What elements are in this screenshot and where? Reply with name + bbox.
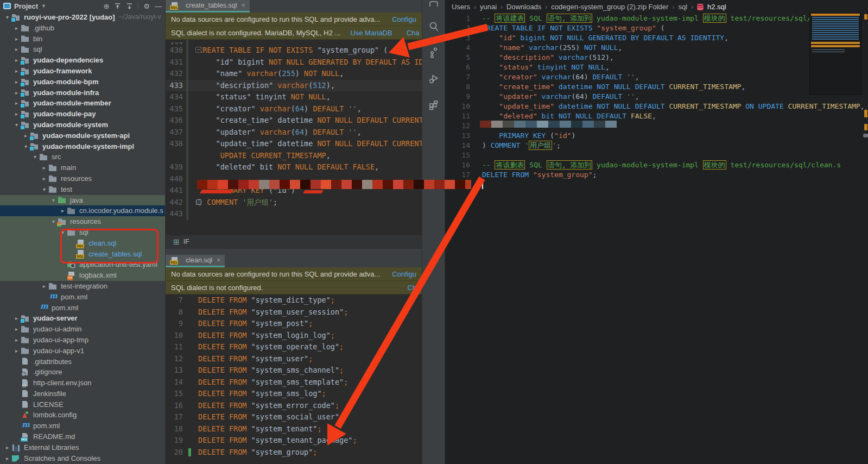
close-icon[interactable]: × [242,2,245,9]
tree-item-yudao-dependencies[interactable]: ▸yudao-dependencies [0,55,165,66]
chevron-down-icon[interactable]: ▾ [40,184,48,195]
tree-item-pom-xml[interactable]: pom.xml [0,303,165,313]
structure-icon[interactable] [428,47,440,59]
fold-icon[interactable]: − [195,47,201,53]
chevron-down-icon[interactable]: ▾ [59,227,67,238]
tree-item-yudao-ui-app-v1[interactable]: ▸yudao-ui-app-v1 [0,346,165,356]
breadcrumb-item[interactable]: sql [678,3,687,11]
chevron-right-icon[interactable]: ▸ [40,173,48,184]
chevron-down-icon[interactable]: ▾ [22,141,30,152]
banner-link[interactable]: Configu [392,270,416,278]
breadcrumb-item[interactable]: Users [452,3,470,11]
tree-item-pom-xml[interactable]: pom.xml [0,421,165,431]
tree-item-yudao-module-system[interactable]: ▾yudao-module-system [0,120,165,130]
services-icon[interactable] [428,73,440,85]
tree-item-pom-xml[interactable]: pom.xml [0,292,165,303]
editor-h2-sql[interactable]: 1-- 将该建表 SQL 语句, 添加到 yudao-module-system… [445,14,868,190]
tool-window-icon-partial[interactable] [428,1,440,7]
tree-item-gitattributes[interactable]: .gitattributes [0,356,165,367]
locate-icon[interactable]: ⊕ [103,2,109,10]
chevron-right-icon[interactable]: ▸ [12,335,21,346]
settings-gear-icon[interactable]: ⚙ [143,2,150,10]
tree-item-yudao-module-infra[interactable]: ▸yudao-module-infra [0,87,165,98]
chevron-right-icon[interactable]: ▸ [12,55,21,66]
breadcrumb-element[interactable]: IF [183,238,189,246]
tree-item-application-unit-test-yaml[interactable]: application-unit-test.yaml [0,259,165,270]
tree-item-yudao-module-pay[interactable]: ▸yudao-module-pay [0,109,165,120]
banner-link[interactable]: Cha [407,29,420,37]
chevron-right-icon[interactable]: ▸ [3,442,11,453]
tree-item-yudao-server[interactable]: ▸yudao-server [0,313,165,324]
chevron-right-icon[interactable]: ▸ [12,324,21,335]
chevron-down-icon[interactable]: ▾ [49,195,58,206]
tree-item-yudao-module-bpm[interactable]: ▸yudao-module-bpm [0,77,165,87]
chevron-right-icon[interactable]: ▸ [22,130,30,141]
editor-split-divider[interactable] [166,248,422,255]
tree-item-lombok-config[interactable]: lombok.config [0,410,165,421]
tree-item-logback-xml[interactable]: logback.xml [0,270,165,281]
search-icon[interactable] [428,21,440,33]
tree-item-yudao-ui-admin[interactable]: ▸yudao-ui-admin [0,324,165,335]
chevron-right-icon[interactable]: ▸ [12,44,21,55]
collapse-all-icon[interactable] [126,3,133,10]
tree-item-test-integration[interactable]: ▸test-integration [0,281,165,292]
tree-item-scratches-and-consoles[interactable]: ▸Scratches and Consoles [0,453,165,464]
editor-create-tables-sql[interactable]: 427430−CREATE TABLE IF NOT EXISTS "syste… [166,40,422,235]
tree-item-clean-sql[interactable]: clean.sql [0,238,165,249]
chevron-down-icon[interactable]: ▾ [3,12,11,23]
chevron-right-icon[interactable]: ▸ [59,205,67,216]
tree-item-readme-md[interactable]: README.md [0,431,165,442]
tree-item-resources[interactable]: ▾resources [0,216,165,227]
tree-item-github[interactable]: ▸.github [0,23,165,34]
chevron-right-icon[interactable]: ▸ [12,109,21,120]
chevron-right-icon[interactable]: ▸ [40,162,48,173]
minimap[interactable] [809,13,861,95]
banner-link[interactable]: Configu [392,15,416,23]
tree-item-cn-iocoder-yudao-module-s[interactable]: ▸cn.iocoder.yudao.module.s [0,205,165,216]
chevron-right-icon[interactable]: ▸ [12,34,21,45]
tree-item-gitignore[interactable]: .gitignore [0,367,165,378]
tree-item-yudao-module-system-api[interactable]: ▸yudao-module-system-api [0,130,165,141]
tree-item-create-tables-sql[interactable]: create_tables.sql [0,249,165,260]
banner-link[interactable]: Use MariaDB [350,29,392,37]
chevron-right-icon[interactable]: ▸ [12,346,21,356]
tree-item-yudao-module-member[interactable]: ▸yudao-module-member [0,98,165,109]
breadcrumb-item[interactable]: yunai [480,3,497,11]
chevron-right-icon[interactable]: ▸ [12,77,21,87]
scrollbar-thumb[interactable] [863,134,868,137]
chevron-right-icon[interactable]: ▸ [12,66,21,77]
tree-item-bin[interactable]: ▸bin [0,34,165,45]
breadcrumb-item[interactable]: h2.sql [707,3,726,11]
expand-all-icon[interactable] [114,3,121,10]
chevron-right-icon[interactable]: ▸ [12,313,21,324]
tree-item-external-libraries[interactable]: ▸External Libraries [0,442,165,453]
chevron-down-icon[interactable]: ▾ [49,216,58,227]
tree-item-test[interactable]: ▾test [0,184,165,195]
hide-tool-window-icon[interactable]: — [155,2,162,10]
chevron-right-icon[interactable]: ▸ [12,23,21,34]
tree-item-sql[interactable]: ▾sql [0,227,165,238]
chevron-right-icon[interactable]: ▸ [12,98,21,109]
tree-item-src[interactable]: ▾src [0,152,165,162]
tree-item-ruoyi-vue-pro-2022-yudao[interactable]: ▾ruoyi-vue-pro-2022 [yudao]~/Java/ruoyi-… [0,12,165,23]
tree-item-yudao-module-system-impl[interactable]: ▾yudao-module-system-impl [0,141,165,152]
tree-item-resources[interactable]: ▸resources [0,173,165,184]
chevron-right-icon[interactable]: ▸ [12,87,21,98]
tree-item-sql[interactable]: ▸sql [0,44,165,55]
close-icon[interactable]: × [217,256,220,264]
tree-item-main[interactable]: ▸main [0,162,165,173]
breadcrumb-item[interactable]: Downloads [506,3,541,11]
chevron-down-icon[interactable]: ▾ [12,120,21,130]
tab-clean-sql[interactable]: clean.sql × [166,255,225,267]
tree-item-yudao-ui-app-tmp[interactable]: ▸yudao-ui-app-tmp [0,335,165,346]
chevron-down-icon[interactable]: ▾ [31,152,39,162]
error-stripe[interactable] [863,0,868,464]
tree-item-http-client-env-json[interactable]: http-client.env.json [0,378,165,388]
window-layout-icon[interactable] [428,99,440,111]
tree-item-yudao-framework[interactable]: ▸yudao-framework [0,66,165,77]
chevron-down-icon[interactable]: ▼ [41,3,46,9]
chevron-right-icon[interactable]: ▸ [40,281,48,292]
banner-link[interactable]: Ch [407,284,416,292]
tree-item-java[interactable]: ▾java [0,195,165,206]
tree-item-license[interactable]: LICENSE [0,399,165,410]
